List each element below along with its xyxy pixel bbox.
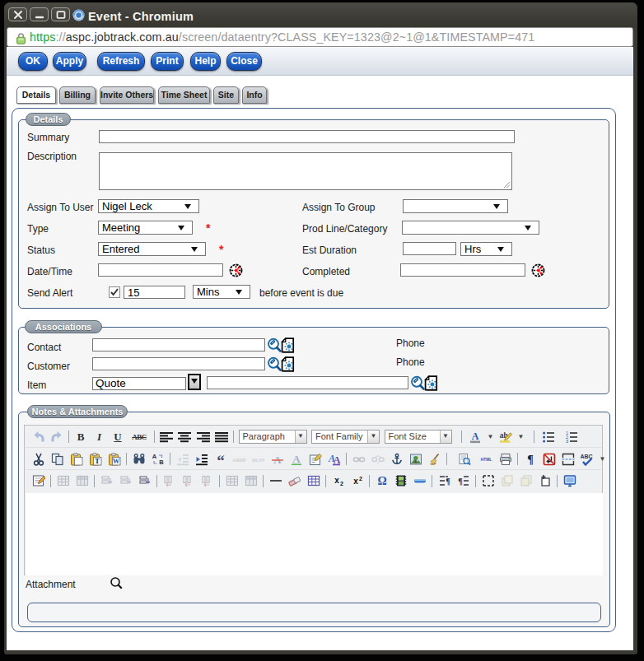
svg-text:“: “ (217, 453, 225, 466)
svg-text:3: 3 (566, 439, 568, 444)
svg-text:Ω: Ω (377, 475, 386, 487)
svg-text:A: A (292, 453, 301, 465)
svg-text:66,99: 66,99 (252, 456, 265, 462)
svg-text:¶: ¶ (458, 477, 462, 486)
svg-text:x: x (353, 477, 358, 486)
svg-text:HTML: HTML (481, 458, 492, 462)
svg-text:ABBR: ABBR (232, 457, 245, 462)
svg-text:2: 2 (340, 481, 343, 486)
svg-text:B: B (159, 459, 164, 466)
svg-text:x: x (334, 476, 339, 485)
svg-text:A: A (472, 431, 479, 442)
svg-text:W: W (112, 457, 119, 465)
svg-text:2: 2 (359, 476, 362, 482)
svg-text:¶: ¶ (527, 454, 534, 466)
svg-text:T: T (95, 457, 100, 465)
svg-text:A: A (152, 453, 156, 460)
svg-text:¶: ¶ (446, 477, 450, 486)
